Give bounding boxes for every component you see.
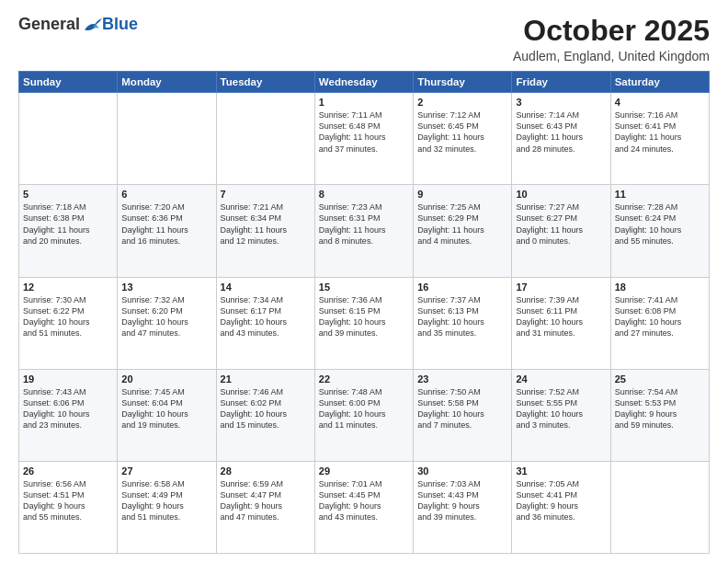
cell-info: Sunrise: 7:32 AM Sunset: 6:20 PM Dayligh… [121,294,211,339]
cell-info: Sunrise: 7:20 AM Sunset: 6:36 PM Dayligh… [121,201,211,247]
header: General Blue October 2025 Audlem, Englan… [18,15,710,63]
logo-general: General [18,15,80,34]
cell-info: Sunrise: 7:54 AM Sunset: 5:53 PM Dayligh… [615,386,705,431]
cell-info: Sunrise: 7:03 AM Sunset: 4:43 PM Dayligh… [417,478,507,523]
calendar-cell: 23Sunrise: 7:50 AM Sunset: 5:58 PM Dayli… [414,369,512,461]
calendar-cell: 13Sunrise: 7:32 AM Sunset: 6:20 PM Dayli… [118,277,216,369]
day-number: 31 [516,465,606,477]
cell-info: Sunrise: 7:28 AM Sunset: 6:24 PM Dayligh… [615,201,705,247]
calendar-cell: 26Sunrise: 6:56 AM Sunset: 4:51 PM Dayli… [19,461,118,553]
calendar-cell: 4Sunrise: 7:16 AM Sunset: 6:41 PM Daylig… [610,93,709,185]
calendar-cell: 28Sunrise: 6:59 AM Sunset: 4:47 PM Dayli… [216,461,314,553]
cell-info: Sunrise: 7:34 AM Sunset: 6:17 PM Dayligh… [221,294,311,339]
calendar: SundayMondayTuesdayWednesdayThursdayFrid… [18,71,710,554]
calendar-cell [19,93,118,185]
day-number: 27 [121,465,211,477]
col-header-tuesday: Tuesday [216,72,314,93]
calendar-cell: 22Sunrise: 7:48 AM Sunset: 6:00 PM Dayli… [314,369,413,461]
day-number: 14 [221,282,311,293]
cell-info: Sunrise: 7:41 AM Sunset: 6:08 PM Dayligh… [615,294,705,339]
col-header-wednesday: Wednesday [314,72,413,93]
day-number: 10 [516,189,606,200]
calendar-week-1: 1Sunrise: 7:11 AM Sunset: 6:48 PM Daylig… [19,93,710,185]
cell-info: Sunrise: 6:59 AM Sunset: 4:47 PM Dayligh… [221,478,311,523]
day-number: 9 [417,189,507,200]
day-number: 11 [615,189,705,200]
day-number: 18 [615,282,705,293]
calendar-cell: 25Sunrise: 7:54 AM Sunset: 5:53 PM Dayli… [610,369,709,461]
cell-info: Sunrise: 7:30 AM Sunset: 6:22 PM Dayligh… [23,294,113,339]
calendar-cell: 30Sunrise: 7:03 AM Sunset: 4:43 PM Dayli… [414,461,512,553]
calendar-cell: 27Sunrise: 6:58 AM Sunset: 4:49 PM Dayli… [118,461,216,553]
col-header-friday: Friday [512,72,610,93]
cell-info: Sunrise: 6:56 AM Sunset: 4:51 PM Dayligh… [23,478,113,523]
day-number: 29 [319,465,409,477]
day-number: 13 [121,282,211,293]
cell-info: Sunrise: 7:27 AM Sunset: 6:27 PM Dayligh… [516,201,606,247]
calendar-cell [216,93,314,185]
calendar-week-4: 19Sunrise: 7:43 AM Sunset: 6:06 PM Dayli… [19,369,710,461]
day-number: 6 [121,189,211,200]
col-header-thursday: Thursday [414,72,512,93]
cell-info: Sunrise: 7:48 AM Sunset: 6:00 PM Dayligh… [319,386,409,431]
day-number: 22 [319,373,409,385]
location: Audlem, England, United Kingdom [513,49,710,63]
calendar-cell: 19Sunrise: 7:43 AM Sunset: 6:06 PM Dayli… [19,369,118,461]
day-number: 7 [221,189,311,200]
calendar-cell [118,93,216,185]
cell-info: Sunrise: 7:18 AM Sunset: 6:38 PM Dayligh… [23,201,113,247]
cell-info: Sunrise: 7:50 AM Sunset: 5:58 PM Dayligh… [417,386,507,431]
page: General Blue October 2025 Audlem, Englan… [0,0,728,563]
calendar-cell: 12Sunrise: 7:30 AM Sunset: 6:22 PM Dayli… [19,277,118,369]
calendar-cell: 15Sunrise: 7:36 AM Sunset: 6:15 PM Dayli… [314,277,413,369]
day-number: 24 [516,373,606,385]
day-number: 3 [516,97,606,108]
cell-info: Sunrise: 7:45 AM Sunset: 6:04 PM Dayligh… [121,386,211,431]
day-number: 4 [615,97,705,108]
cell-info: Sunrise: 7:43 AM Sunset: 6:06 PM Dayligh… [23,386,113,431]
cell-info: Sunrise: 7:01 AM Sunset: 4:45 PM Dayligh… [319,478,409,523]
cell-info: Sunrise: 7:25 AM Sunset: 6:29 PM Dayligh… [417,201,507,247]
calendar-header-row: SundayMondayTuesdayWednesdayThursdayFrid… [19,72,710,93]
day-number: 30 [417,465,507,477]
calendar-cell: 31Sunrise: 7:05 AM Sunset: 4:41 PM Dayli… [512,461,610,553]
calendar-cell: 3Sunrise: 7:14 AM Sunset: 6:43 PM Daylig… [512,93,610,185]
calendar-cell: 11Sunrise: 7:28 AM Sunset: 6:24 PM Dayli… [610,185,709,277]
day-number: 28 [221,465,311,477]
calendar-cell: 14Sunrise: 7:34 AM Sunset: 6:17 PM Dayli… [216,277,314,369]
day-number: 25 [615,373,705,385]
day-number: 21 [221,373,311,385]
cell-info: Sunrise: 7:39 AM Sunset: 6:11 PM Dayligh… [516,294,606,339]
cell-info: Sunrise: 7:36 AM Sunset: 6:15 PM Dayligh… [319,294,409,339]
day-number: 23 [417,373,507,385]
cell-info: Sunrise: 7:52 AM Sunset: 5:55 PM Dayligh… [516,386,606,431]
logo-bird-icon [82,17,102,33]
day-number: 15 [319,282,409,293]
cell-info: Sunrise: 7:37 AM Sunset: 6:13 PM Dayligh… [417,294,507,339]
calendar-cell: 16Sunrise: 7:37 AM Sunset: 6:13 PM Dayli… [414,277,512,369]
logo-blue: Blue [102,15,138,34]
calendar-cell: 10Sunrise: 7:27 AM Sunset: 6:27 PM Dayli… [512,185,610,277]
calendar-cell: 8Sunrise: 7:23 AM Sunset: 6:31 PM Daylig… [314,185,413,277]
day-number: 2 [417,97,507,108]
logo: General Blue [18,15,138,34]
calendar-cell: 29Sunrise: 7:01 AM Sunset: 4:45 PM Dayli… [314,461,413,553]
cell-info: Sunrise: 7:23 AM Sunset: 6:31 PM Dayligh… [319,201,409,247]
cell-info: Sunrise: 7:21 AM Sunset: 6:34 PM Dayligh… [221,201,311,247]
day-number: 17 [516,282,606,293]
calendar-cell: 24Sunrise: 7:52 AM Sunset: 5:55 PM Dayli… [512,369,610,461]
day-number: 8 [319,189,409,200]
day-number: 19 [23,373,113,385]
calendar-cell: 1Sunrise: 7:11 AM Sunset: 6:48 PM Daylig… [314,93,413,185]
cell-info: Sunrise: 7:11 AM Sunset: 6:48 PM Dayligh… [319,109,409,155]
calendar-cell: 7Sunrise: 7:21 AM Sunset: 6:34 PM Daylig… [216,185,314,277]
title-block: October 2025 Audlem, England, United Kin… [513,15,710,63]
col-header-saturday: Saturday [610,72,709,93]
cell-info: Sunrise: 7:16 AM Sunset: 6:41 PM Dayligh… [615,109,705,155]
calendar-week-5: 26Sunrise: 6:56 AM Sunset: 4:51 PM Dayli… [19,461,710,553]
cell-info: Sunrise: 7:12 AM Sunset: 6:45 PM Dayligh… [417,109,507,155]
logo-text: General Blue [18,15,138,34]
day-number: 16 [417,282,507,293]
day-number: 20 [121,373,211,385]
cell-info: Sunrise: 6:58 AM Sunset: 4:49 PM Dayligh… [121,478,211,523]
